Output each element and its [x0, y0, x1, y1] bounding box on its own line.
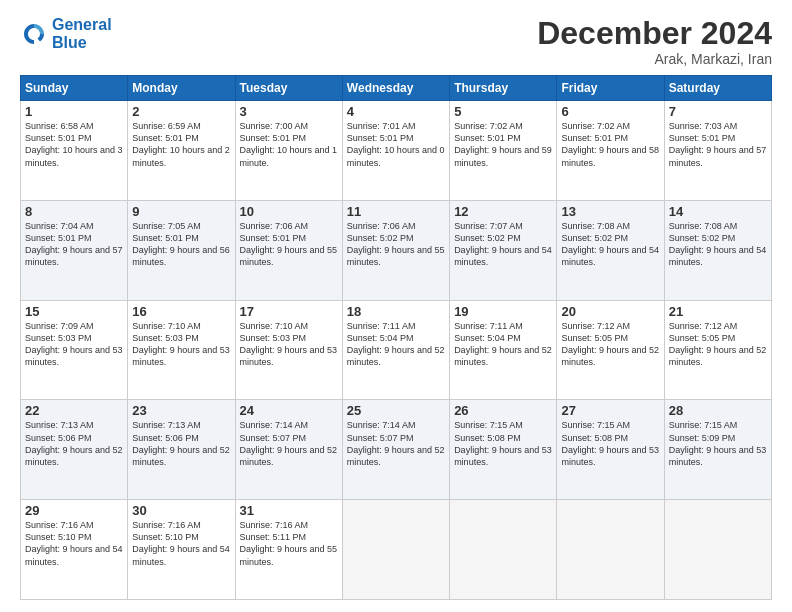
daylight-label: Daylight: 9 hours and 54 minutes.: [25, 544, 123, 566]
daylight-label: Daylight: 9 hours and 52 minutes.: [347, 345, 445, 367]
calendar-cell: 29 Sunrise: 7:16 AM Sunset: 5:10 PM Dayl…: [21, 500, 128, 600]
day-number: 24: [240, 403, 338, 418]
sunset-label: Sunset: 5:01 PM: [240, 133, 307, 143]
day-number: 21: [669, 304, 767, 319]
day-info: Sunrise: 6:58 AM Sunset: 5:01 PM Dayligh…: [25, 120, 123, 169]
day-info: Sunrise: 7:16 AM Sunset: 5:11 PM Dayligh…: [240, 519, 338, 568]
sunset-label: Sunset: 5:02 PM: [669, 233, 736, 243]
daylight-label: Daylight: 9 hours and 52 minutes.: [132, 445, 230, 467]
sunrise-label: Sunrise: 6:59 AM: [132, 121, 201, 131]
calendar-cell: [450, 500, 557, 600]
sunset-label: Sunset: 5:01 PM: [347, 133, 414, 143]
header-saturday: Saturday: [664, 76, 771, 101]
daylight-label: Daylight: 10 hours and 2 minutes.: [132, 145, 230, 167]
daylight-label: Daylight: 10 hours and 3 minutes.: [25, 145, 123, 167]
daylight-label: Daylight: 9 hours and 53 minutes.: [454, 445, 552, 467]
calendar-cell: 11 Sunrise: 7:06 AM Sunset: 5:02 PM Dayl…: [342, 200, 449, 300]
calendar-cell: 20 Sunrise: 7:12 AM Sunset: 5:05 PM Dayl…: [557, 300, 664, 400]
day-info: Sunrise: 7:15 AM Sunset: 5:09 PM Dayligh…: [669, 419, 767, 468]
sunrise-label: Sunrise: 7:06 AM: [240, 221, 309, 231]
daylight-label: Daylight: 10 hours and 0 minutes.: [347, 145, 445, 167]
sunrise-label: Sunrise: 7:01 AM: [347, 121, 416, 131]
day-number: 27: [561, 403, 659, 418]
calendar-cell: 30 Sunrise: 7:16 AM Sunset: 5:10 PM Dayl…: [128, 500, 235, 600]
sunrise-label: Sunrise: 7:11 AM: [454, 321, 523, 331]
day-info: Sunrise: 7:10 AM Sunset: 5:03 PM Dayligh…: [240, 320, 338, 369]
day-number: 8: [25, 204, 123, 219]
sunrise-label: Sunrise: 7:08 AM: [561, 221, 630, 231]
month-title: December 2024: [537, 16, 772, 51]
sunrise-label: Sunrise: 7:03 AM: [669, 121, 738, 131]
day-number: 18: [347, 304, 445, 319]
calendar-cell: 8 Sunrise: 7:04 AM Sunset: 5:01 PM Dayli…: [21, 200, 128, 300]
day-number: 30: [132, 503, 230, 518]
daylight-label: Daylight: 9 hours and 52 minutes.: [240, 445, 338, 467]
sunset-label: Sunset: 5:06 PM: [25, 433, 92, 443]
logo-text: General Blue: [52, 16, 112, 51]
sunrise-label: Sunrise: 7:15 AM: [669, 420, 738, 430]
sunrise-label: Sunrise: 7:07 AM: [454, 221, 523, 231]
daylight-label: Daylight: 9 hours and 57 minutes.: [669, 145, 767, 167]
sunset-label: Sunset: 5:04 PM: [347, 333, 414, 343]
sunrise-label: Sunrise: 7:08 AM: [669, 221, 738, 231]
sunset-label: Sunset: 5:01 PM: [132, 233, 199, 243]
header: General Blue December 2024 Arak, Markazi…: [20, 16, 772, 67]
calendar-cell: 21 Sunrise: 7:12 AM Sunset: 5:05 PM Dayl…: [664, 300, 771, 400]
header-sunday: Sunday: [21, 76, 128, 101]
header-tuesday: Tuesday: [235, 76, 342, 101]
day-number: 5: [454, 104, 552, 119]
sunrise-label: Sunrise: 7:14 AM: [347, 420, 416, 430]
day-info: Sunrise: 7:03 AM Sunset: 5:01 PM Dayligh…: [669, 120, 767, 169]
sunset-label: Sunset: 5:08 PM: [454, 433, 521, 443]
sunrise-label: Sunrise: 7:16 AM: [240, 520, 309, 530]
day-number: 14: [669, 204, 767, 219]
calendar-cell: 4 Sunrise: 7:01 AM Sunset: 5:01 PM Dayli…: [342, 101, 449, 201]
sunrise-label: Sunrise: 7:13 AM: [132, 420, 201, 430]
header-thursday: Thursday: [450, 76, 557, 101]
sunset-label: Sunset: 5:02 PM: [561, 233, 628, 243]
sunrise-label: Sunrise: 7:14 AM: [240, 420, 309, 430]
sunrise-label: Sunrise: 7:02 AM: [454, 121, 523, 131]
title-area: December 2024 Arak, Markazi, Iran: [537, 16, 772, 67]
day-number: 2: [132, 104, 230, 119]
calendar-cell: 15 Sunrise: 7:09 AM Sunset: 5:03 PM Dayl…: [21, 300, 128, 400]
daylight-label: Daylight: 9 hours and 52 minutes.: [561, 345, 659, 367]
calendar-cell: 26 Sunrise: 7:15 AM Sunset: 5:08 PM Dayl…: [450, 400, 557, 500]
day-info: Sunrise: 7:12 AM Sunset: 5:05 PM Dayligh…: [669, 320, 767, 369]
daylight-label: Daylight: 9 hours and 59 minutes.: [454, 145, 552, 167]
page: General Blue December 2024 Arak, Markazi…: [0, 0, 792, 612]
daylight-label: Daylight: 9 hours and 54 minutes.: [561, 245, 659, 267]
daylight-label: Daylight: 9 hours and 52 minutes.: [347, 445, 445, 467]
daylight-label: Daylight: 9 hours and 54 minutes.: [669, 245, 767, 267]
calendar-cell: 6 Sunrise: 7:02 AM Sunset: 5:01 PM Dayli…: [557, 101, 664, 201]
week-row-2: 8 Sunrise: 7:04 AM Sunset: 5:01 PM Dayli…: [21, 200, 772, 300]
daylight-label: Daylight: 9 hours and 54 minutes.: [454, 245, 552, 267]
daylight-label: Daylight: 10 hours and 1 minute.: [240, 145, 338, 167]
daylight-label: Daylight: 9 hours and 53 minutes.: [25, 345, 123, 367]
calendar-cell: 23 Sunrise: 7:13 AM Sunset: 5:06 PM Dayl…: [128, 400, 235, 500]
sunrise-label: Sunrise: 7:04 AM: [25, 221, 94, 231]
day-info: Sunrise: 7:12 AM Sunset: 5:05 PM Dayligh…: [561, 320, 659, 369]
sunrise-label: Sunrise: 7:13 AM: [25, 420, 94, 430]
sunset-label: Sunset: 5:07 PM: [347, 433, 414, 443]
sunrise-label: Sunrise: 7:10 AM: [132, 321, 201, 331]
daylight-label: Daylight: 9 hours and 53 minutes.: [669, 445, 767, 467]
calendar-cell: 31 Sunrise: 7:16 AM Sunset: 5:11 PM Dayl…: [235, 500, 342, 600]
day-info: Sunrise: 7:14 AM Sunset: 5:07 PM Dayligh…: [240, 419, 338, 468]
day-number: 4: [347, 104, 445, 119]
daylight-label: Daylight: 9 hours and 55 minutes.: [240, 245, 338, 267]
day-info: Sunrise: 7:11 AM Sunset: 5:04 PM Dayligh…: [454, 320, 552, 369]
logo-icon: [20, 20, 48, 48]
sunset-label: Sunset: 5:01 PM: [25, 133, 92, 143]
sunset-label: Sunset: 5:08 PM: [561, 433, 628, 443]
sunset-label: Sunset: 5:05 PM: [669, 333, 736, 343]
day-info: Sunrise: 7:13 AM Sunset: 5:06 PM Dayligh…: [132, 419, 230, 468]
day-number: 11: [347, 204, 445, 219]
day-number: 23: [132, 403, 230, 418]
day-info: Sunrise: 7:08 AM Sunset: 5:02 PM Dayligh…: [669, 220, 767, 269]
sunset-label: Sunset: 5:01 PM: [454, 133, 521, 143]
day-number: 19: [454, 304, 552, 319]
day-number: 7: [669, 104, 767, 119]
day-info: Sunrise: 7:05 AM Sunset: 5:01 PM Dayligh…: [132, 220, 230, 269]
sunset-label: Sunset: 5:10 PM: [25, 532, 92, 542]
